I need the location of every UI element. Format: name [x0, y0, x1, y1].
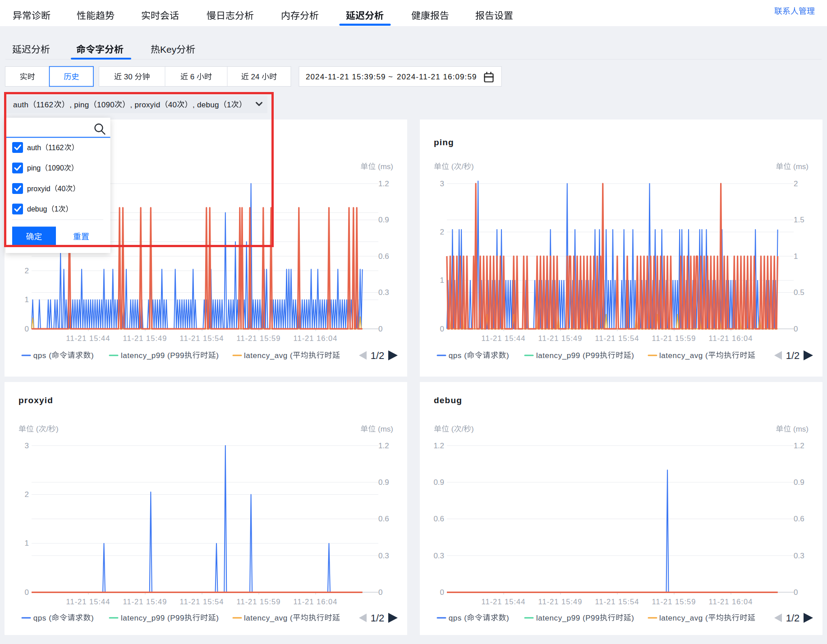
svg-text:0: 0 — [794, 588, 798, 597]
svg-text:1.2: 1.2 — [378, 179, 389, 188]
svg-text:11-21 15:49: 11-21 15:49 — [123, 334, 167, 342]
svg-text:24: 24 — [249, 73, 262, 81]
svg-text:0.6: 0.6 — [378, 252, 389, 261]
svg-text:debug: debug — [434, 396, 462, 405]
svg-text:(ms): (ms) — [376, 425, 393, 433]
svg-text:0.6: 0.6 — [378, 515, 389, 523]
svg-text:2024-11-21 16:09:59: 2024-11-21 16:09:59 — [397, 73, 477, 81]
svg-text:0: 0 — [794, 325, 798, 333]
svg-text:0: 0 — [25, 588, 29, 597]
svg-text:1: 1 — [25, 295, 29, 304]
svg-text:1/2: 1/2 — [786, 350, 800, 361]
svg-text:): ) — [506, 614, 509, 622]
svg-text:, proxyid: , proxyid — [130, 101, 161, 109]
svg-text:1.5: 1.5 — [794, 216, 804, 224]
svg-text:1: 1 — [55, 205, 59, 213]
svg-text:(: ( — [34, 425, 39, 433]
svg-text:(: ( — [449, 162, 454, 171]
svg-text:1090: 1090 — [48, 164, 64, 172]
svg-text:0.5: 0.5 — [794, 288, 804, 297]
svg-text:): ) — [216, 351, 219, 360]
svg-text:ping: ping — [434, 138, 454, 147]
svg-text:1162: 1162 — [48, 144, 64, 152]
svg-text:): ) — [216, 614, 219, 622]
svg-text:1/2: 1/2 — [371, 350, 385, 361]
svg-text:(ms): (ms) — [376, 162, 393, 171]
svg-text:11-21 16:04: 11-21 16:04 — [294, 598, 338, 606]
svg-text:11-21 15:59: 11-21 15:59 — [237, 598, 281, 606]
svg-text:0.6: 0.6 — [794, 515, 804, 523]
svg-text:11-21 15:54: 11-21 15:54 — [180, 334, 224, 342]
svg-text:qps (: qps ( — [449, 351, 467, 360]
svg-text:0: 0 — [378, 325, 382, 333]
svg-text:0.3: 0.3 — [433, 552, 444, 560]
svg-text:qps (: qps ( — [33, 614, 52, 622]
svg-text:0.9: 0.9 — [378, 478, 389, 487]
svg-text:auth: auth — [13, 101, 28, 109]
svg-text:40: 40 — [58, 185, 66, 193]
svg-text:qps (: qps ( — [449, 614, 467, 622]
svg-text:Key: Key — [160, 44, 177, 55]
svg-text:latency_avg (: latency_avg ( — [659, 351, 708, 360]
svg-text:latency_avg (: latency_avg ( — [244, 614, 293, 622]
svg-text:11-21 15:54: 11-21 15:54 — [595, 334, 639, 342]
svg-text:1/2: 1/2 — [786, 612, 800, 624]
svg-text:0.3: 0.3 — [794, 552, 804, 560]
svg-text:1: 1 — [25, 539, 29, 547]
svg-text:(ms): (ms) — [791, 425, 809, 433]
svg-text:/: / — [461, 162, 464, 171]
svg-text:1: 1 — [227, 101, 231, 109]
svg-text:0.9: 0.9 — [433, 478, 444, 487]
svg-text:3: 3 — [25, 442, 29, 450]
svg-text:0: 0 — [440, 588, 444, 597]
svg-text:): ) — [471, 425, 474, 433]
svg-text:latency_p99 (P99: latency_p99 (P99 — [536, 351, 600, 360]
svg-text:qps (: qps ( — [33, 351, 52, 360]
svg-text:2: 2 — [25, 490, 29, 499]
svg-text:1.2: 1.2 — [378, 442, 389, 450]
svg-text:0: 0 — [440, 325, 444, 333]
svg-text:11-21 15:44: 11-21 15:44 — [482, 334, 526, 342]
svg-text:(ms): (ms) — [791, 162, 809, 171]
svg-text:0.9: 0.9 — [794, 478, 804, 487]
svg-text:): ) — [471, 162, 474, 171]
svg-text:0: 0 — [378, 588, 382, 597]
svg-text:11-21 15:59: 11-21 15:59 — [652, 334, 696, 342]
svg-text:1.2: 1.2 — [794, 442, 804, 450]
svg-text:11-21 15:59: 11-21 15:59 — [652, 598, 696, 606]
svg-text:latency_p99 (P99: latency_p99 (P99 — [536, 614, 600, 622]
svg-text:debug: debug — [27, 205, 47, 213]
svg-text:11-21 15:44: 11-21 15:44 — [66, 334, 110, 342]
svg-text:11-21 15:44: 11-21 15:44 — [482, 598, 526, 606]
svg-text:2024-11-21 15:39:59: 2024-11-21 15:39:59 — [306, 73, 386, 81]
svg-text:/: / — [461, 425, 464, 433]
svg-text:): ) — [91, 614, 94, 622]
svg-text:11-21 16:04: 11-21 16:04 — [709, 334, 753, 342]
svg-text:2: 2 — [440, 228, 444, 236]
svg-text:2: 2 — [794, 179, 798, 188]
svg-text:0.3: 0.3 — [378, 552, 389, 560]
svg-text:): ) — [56, 425, 59, 433]
svg-text:11-21 16:04: 11-21 16:04 — [709, 598, 753, 606]
svg-text:30: 30 — [122, 73, 134, 81]
svg-text:latency_p99 (P99: latency_p99 (P99 — [121, 351, 184, 360]
svg-text:11-21 15:59: 11-21 15:59 — [237, 334, 281, 342]
svg-text:0: 0 — [25, 325, 29, 333]
svg-text:proxyid: proxyid — [27, 185, 51, 193]
svg-text:ping: ping — [27, 164, 41, 172]
svg-text:): ) — [631, 351, 634, 360]
svg-text:~: ~ — [388, 73, 393, 81]
svg-text:1090: 1090 — [97, 101, 115, 109]
svg-text:, debug: , debug — [193, 101, 219, 109]
svg-text:, ping: , ping — [69, 101, 89, 109]
svg-text:3: 3 — [440, 179, 444, 188]
svg-text:11-21 15:49: 11-21 15:49 — [538, 334, 583, 342]
svg-text:(: ( — [449, 425, 454, 433]
svg-text:/: / — [46, 425, 48, 433]
svg-text:40: 40 — [168, 101, 177, 109]
svg-text:): ) — [506, 351, 509, 360]
svg-text:1: 1 — [440, 276, 444, 285]
svg-text:auth: auth — [27, 144, 41, 152]
svg-text:11-21 15:54: 11-21 15:54 — [180, 598, 224, 606]
svg-text:2: 2 — [25, 267, 29, 275]
